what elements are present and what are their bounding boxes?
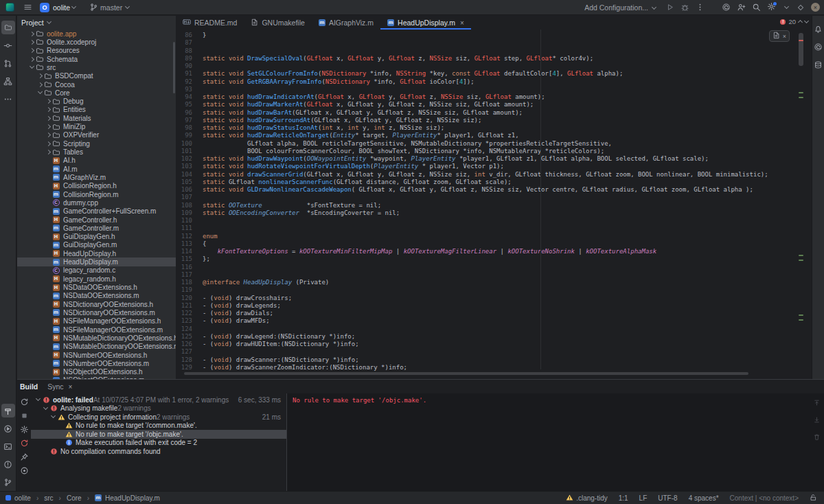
build-tool-icon[interactable] <box>1 404 15 417</box>
line-number[interactable]: 103 <box>176 163 192 170</box>
tree-item[interactable]: mNSFileManagerOOExtensions.m <box>17 325 176 334</box>
build-output-row[interactable]: oolite: failed At 10/07/25 4:07 PM with … <box>31 396 286 404</box>
tree-item[interactable]: mNSDictionaryOOExtensions.m <box>17 308 176 317</box>
breadcrumb-item[interactable]: src <box>44 494 53 502</box>
project-selector[interactable]: oolite <box>53 3 70 12</box>
tree-item[interactable]: HHeadUpDisplay.h <box>17 249 176 257</box>
tree-item[interactable]: mNSDataOOExtensions.m <box>17 292 176 300</box>
scroll-top-icon[interactable] <box>813 397 821 409</box>
code-line[interactable]: 124 <box>176 325 812 333</box>
run-configuration-selector[interactable]: Add Configuration... <box>584 3 661 12</box>
line-number[interactable]: 91 <box>176 70 192 78</box>
filter-icon[interactable] <box>18 464 30 477</box>
line-number[interactable]: 122 <box>176 310 192 317</box>
chevron-right-icon[interactable] <box>45 124 50 129</box>
chevron-down-icon[interactable] <box>50 413 55 418</box>
code-line[interactable]: 110 <box>176 217 812 225</box>
code-line[interactable]: 90 <box>176 62 812 70</box>
tree-item[interactable]: HNSNumberOOExtensions.h <box>17 351 176 359</box>
tree-item[interactable]: Core <box>17 89 176 97</box>
line-number[interactable]: 109 <box>176 209 192 217</box>
chevron-right-icon[interactable] <box>29 32 34 36</box>
code-line[interactable]: 109static OOEncodingConverter *sEncoding… <box>176 209 812 217</box>
code-line[interactable]: 107 <box>176 194 812 201</box>
error-stripe-mark[interactable] <box>799 260 803 261</box>
code-line[interactable]: 122- (void) drawDials; <box>176 310 812 317</box>
build-output-row[interactable]: Make execution failed with exit code = 2 <box>31 439 286 448</box>
project-tool-icon[interactable] <box>1 21 15 34</box>
code-line[interactable]: 101 BOOL colourFromScannerColour, BOOL s… <box>176 148 812 155</box>
pin-icon[interactable] <box>18 450 30 463</box>
prev-error-icon[interactable] <box>798 20 803 25</box>
line-number[interactable]: 118 <box>176 279 192 286</box>
rerun-icon[interactable] <box>18 437 30 449</box>
build-output-row[interactable]: Analysing makefile 2 warnings <box>31 404 286 413</box>
tab-close-icon[interactable]: × <box>460 19 464 27</box>
line-number[interactable]: 107 <box>176 194 192 201</box>
problems-tool-icon[interactable] <box>1 457 15 471</box>
chevron-down-icon[interactable] <box>37 89 42 94</box>
run-tool-icon[interactable] <box>1 422 15 435</box>
code-line[interactable]: 97static void hudDrawSurroundAt(GLfloat … <box>176 117 812 124</box>
line-number[interactable]: 117 <box>176 271 192 279</box>
floating-editor-toolbar[interactable]: × <box>769 30 790 42</box>
inspections-widget[interactable]: ! 20 <box>780 18 808 25</box>
error-stripe-mark[interactable] <box>799 314 803 316</box>
breadcrumb-item[interactable]: Core <box>67 494 82 502</box>
line-number[interactable]: 89 <box>176 55 192 62</box>
code-line[interactable]: 104static void drawScannerGrid(GLfloat x… <box>176 171 812 179</box>
editor-scrollbar[interactable] <box>799 33 803 66</box>
tree-item[interactable]: HGuiDisplayGen.h <box>17 233 176 241</box>
horizontal-scrollbar[interactable] <box>184 372 748 375</box>
tree-item[interactable]: Cocoa <box>17 80 176 89</box>
chevron-right-icon[interactable] <box>29 48 34 53</box>
code-line[interactable]: 123- (void) drawMFDs; <box>176 317 812 325</box>
status-item[interactable]: UTF-8 <box>658 494 677 502</box>
chevron-right-icon[interactable] <box>45 141 50 146</box>
tree-item[interactable]: mCollisionRegion.m <box>17 190 176 198</box>
line-number[interactable]: 88 <box>176 47 192 55</box>
code-line[interactable]: 89static void DrawSpecialOval(GLfloat x,… <box>176 55 812 62</box>
line-number[interactable]: 97 <box>176 117 192 124</box>
code-line[interactable]: 117 <box>176 271 812 279</box>
line-number[interactable]: 86 <box>176 32 192 39</box>
error-stripe-mark[interactable] <box>799 97 803 98</box>
code-line[interactable]: 91static void SetGLColourFromInfo(NSDict… <box>176 70 812 78</box>
project-panel-header[interactable]: Project <box>17 16 176 30</box>
code-line[interactable]: 115}; <box>176 255 812 263</box>
line-number[interactable]: 126 <box>176 341 192 348</box>
code-line[interactable]: 119 <box>176 286 812 294</box>
code-line[interactable]: 102static void hudDrawWaypoint(OOWaypoin… <box>176 155 812 163</box>
build-tab-sync[interactable]: Sync × <box>47 382 72 391</box>
run-button[interactable] <box>663 1 676 14</box>
chevron-down-icon[interactable] <box>35 396 40 401</box>
git-tool-icon[interactable] <box>1 475 15 489</box>
code-with-me-icon[interactable] <box>734 1 748 14</box>
more-actions-icon[interactable] <box>693 1 707 14</box>
code-line[interactable]: 125- (void) drawLegend:(NSDictionary *)i… <box>176 333 812 341</box>
tree-item[interactable]: mAIGraphViz.m <box>17 173 176 181</box>
tree-item[interactable]: HNSObjectOOExtensions.h <box>17 368 176 376</box>
code-line[interactable]: 108static OOTexture *sFontTexture = nil; <box>176 202 812 209</box>
tree-item[interactable]: Tables <box>17 148 176 156</box>
line-number[interactable]: 93 <box>176 86 192 93</box>
line-number[interactable]: 105 <box>176 179 192 186</box>
code-line[interactable]: 105static GLfloat nonlinearScannerFunc(G… <box>176 179 812 186</box>
chevron-right-icon[interactable] <box>45 133 50 137</box>
tree-item[interactable]: src <box>17 63 176 71</box>
tree-item[interactable]: Hlegacy_random.h <box>17 275 176 283</box>
build-output-row[interactable]: Collecting project information 2 warning… <box>31 413 286 422</box>
line-number[interactable]: 108 <box>176 202 192 209</box>
ai-assistant-icon[interactable] <box>719 1 733 14</box>
code-line[interactable]: 92static void GetRGBAArrayFromInfo(NSDic… <box>176 78 812 86</box>
code-line[interactable]: 126- (void) drawHUDItem:(NSDictionary *)… <box>176 341 812 348</box>
chevron-right-icon[interactable] <box>45 99 50 104</box>
tree-item[interactable]: mGameController.m <box>17 224 176 232</box>
error-stripe-mark[interactable] <box>799 255 803 256</box>
refresh-icon[interactable] <box>18 396 30 408</box>
tree-item[interactable]: Resources <box>17 47 176 55</box>
code-line[interactable]: 87 <box>176 39 812 47</box>
build-console[interactable]: No rule to make target '/objc.make'. <box>286 393 824 491</box>
code-line[interactable]: 88 <box>176 47 812 55</box>
chevron-right-icon[interactable] <box>45 107 50 112</box>
